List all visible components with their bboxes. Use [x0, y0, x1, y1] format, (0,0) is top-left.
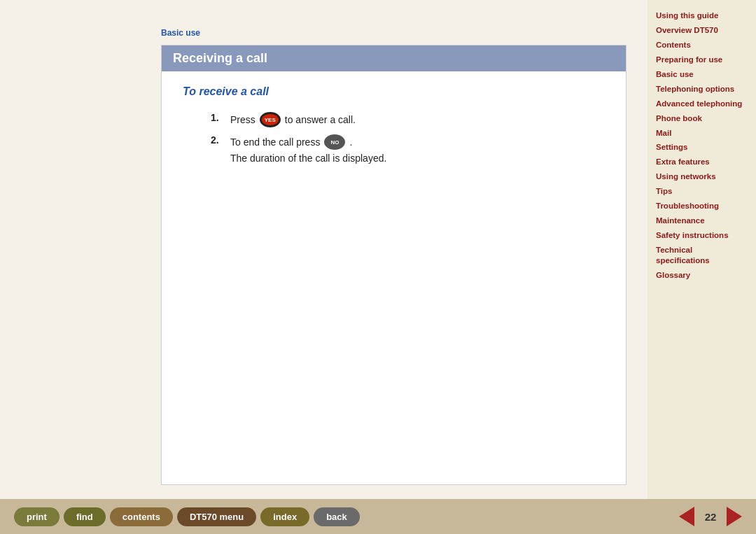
section-heading: To receive a call — [183, 85, 605, 98]
sidebar-item[interactable]: Phone book — [656, 113, 748, 124]
step-2: 2. To end the call press NO . The durati… — [211, 134, 605, 164]
step-2-prefix: To end the call press — [230, 136, 320, 148]
step-1-number: 1. — [211, 112, 225, 123]
step-2-period: . — [349, 136, 352, 148]
sidebar-item[interactable]: Troubleshooting — [656, 201, 748, 211]
no-button-icon: NO — [324, 134, 345, 150]
page-content: Receiving a call To receive a call 1. Pr… — [161, 45, 626, 485]
contents-button[interactable]: contents — [110, 507, 173, 526]
find-button[interactable]: find — [64, 507, 106, 526]
page-title: Receiving a call — [173, 51, 615, 66]
sidebar-item[interactable]: Settings — [656, 142, 748, 153]
sidebar-item[interactable]: Safety instructions — [656, 230, 748, 241]
page-body: To receive a call 1. Press YES to answer… — [162, 71, 626, 484]
yes-button-icon: YES — [260, 112, 281, 127]
breadcrumb: Basic use — [161, 28, 626, 38]
top-area: Basic use Receiving a call To receive a … — [0, 0, 756, 499]
step-1-text: Press YES to answer a call. — [230, 112, 356, 127]
toolbar: print find contents DT570 menu index bac… — [0, 499, 756, 534]
content-area: Basic use Receiving a call To receive a … — [0, 0, 648, 499]
sidebar-item[interactable]: Telephoning options — [656, 84, 748, 94]
dt570-menu-button[interactable]: DT570 menu — [177, 507, 256, 526]
print-button[interactable]: print — [14, 507, 59, 526]
sidebar-item[interactable]: Tips — [656, 186, 748, 197]
step-1-suffix: to answer a call. — [285, 114, 356, 125]
prev-page-arrow[interactable] — [679, 507, 694, 526]
next-page-arrow[interactable] — [727, 507, 742, 526]
step-1: 1. Press YES to answer a call. — [211, 112, 605, 127]
sidebar-item[interactable]: Mail — [656, 128, 748, 139]
step-2-content: To end the call press NO . The duration … — [230, 134, 386, 164]
sidebar-item[interactable]: Technical specifications — [656, 245, 748, 266]
page-number: 22 — [700, 511, 721, 523]
main-container: Basic use Receiving a call To receive a … — [0, 0, 756, 534]
sidebar-item[interactable]: Overview DT570 — [656, 25, 748, 36]
sidebar-item[interactable]: Glossary — [656, 270, 748, 281]
steps-container: 1. Press YES to answer a call. 2. — [211, 112, 605, 164]
sidebar-item[interactable]: Contents — [656, 40, 748, 50]
back-button[interactable]: back — [314, 507, 360, 526]
sidebar-item[interactable]: Using this guide — [656, 10, 748, 21]
sidebar-item[interactable]: Preparing for use — [656, 55, 748, 65]
sidebar-item[interactable]: Extra features — [656, 157, 748, 167]
step-2-text: To end the call press NO . — [230, 134, 386, 150]
sidebar-item[interactable]: Maintenance — [656, 216, 748, 226]
nav-area: 22 — [679, 507, 742, 526]
sidebar-item[interactable]: Basic use — [656, 69, 748, 80]
index-button[interactable]: index — [260, 507, 309, 526]
sidebar-item[interactable]: Using networks — [656, 171, 748, 182]
step-2-extra: The duration of the call is displayed. — [230, 153, 386, 164]
sidebar: Using this guideOverview DT570ContentsPr… — [648, 0, 756, 499]
step-1-press: Press — [230, 114, 255, 125]
page-title-bar: Receiving a call — [162, 45, 626, 71]
step-2-number: 2. — [211, 134, 225, 146]
sidebar-item[interactable]: Advanced telephoning — [656, 99, 748, 109]
